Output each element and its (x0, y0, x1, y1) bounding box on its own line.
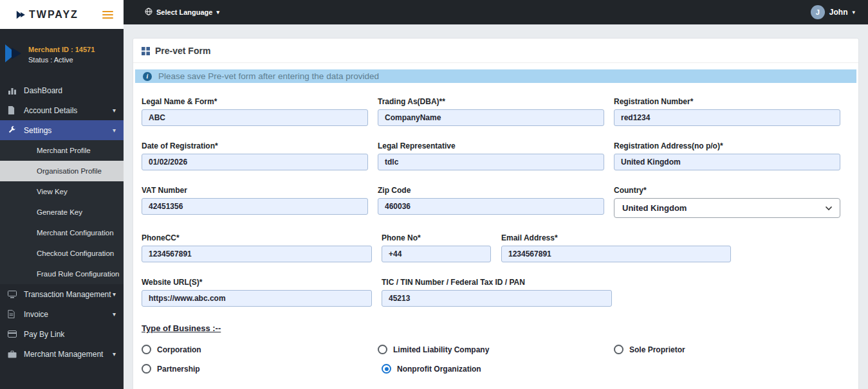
sidebar-item-transaction-management[interactable]: Transaction Management ▾ (0, 284, 124, 304)
field-legal-name: Legal Name & Form* (142, 97, 368, 126)
sidebar-subitem-generate-key[interactable]: Generate Key (0, 202, 124, 222)
sidebar-subitem-merchant-profile[interactable]: Merchant Profile (0, 140, 124, 161)
field-phone-cc: PhoneCC* (142, 233, 372, 262)
menu-toggle-icon[interactable] (101, 8, 115, 21)
legal-representative-label: Legal Representative (378, 141, 604, 150)
trading-as-label: Trading As(DBA)** (378, 97, 604, 106)
field-trading-as: Trading As(DBA)** (378, 97, 604, 126)
website-input[interactable] (142, 290, 372, 307)
zip-code-input[interactable] (378, 198, 604, 215)
settings-submenu: Merchant Profile Organisation Profile Vi… (0, 140, 124, 284)
chevron-down-icon: ▾ (852, 9, 855, 15)
grid-icon (142, 47, 150, 55)
form-row: Legal Name & Form* Trading As(DBA)** Reg… (142, 97, 850, 126)
country-select-value: United Kingdom (622, 203, 687, 213)
registration-number-input[interactable] (614, 109, 840, 126)
phone-no-input[interactable] (382, 246, 491, 262)
radio-nonprofit-organization[interactable]: Nonprofit Organization (382, 364, 622, 374)
sidebar-item-account-details[interactable]: Account Details ▾ (0, 100, 124, 120)
field-tic-tin: TIC / TIN Number / Federal Tax ID / PAN (382, 278, 612, 307)
sidebar-item-label: Settings (24, 126, 113, 135)
radio-sole-proprietor[interactable]: Sole Proprietor (614, 345, 850, 354)
radio-icon[interactable] (142, 364, 151, 374)
sidebar-item-dashboard[interactable]: DashBoard (0, 80, 124, 100)
info-banner-text: Please save Pre-vet form after entering … (158, 71, 379, 81)
chevron-down-icon: ▾ (113, 350, 116, 357)
registration-number-label: Registration Number* (614, 97, 840, 106)
prevet-form-card: Pre-vet Form i Please save Pre-vet form … (133, 39, 858, 389)
legal-name-label: Legal Name & Form* (142, 97, 368, 106)
card-header: Pre-vet Form (133, 39, 858, 63)
sidebar-item-label: Merchant Management (24, 350, 113, 359)
form-row: VAT Number Zip Code Country* United King… (142, 186, 850, 218)
language-selector[interactable]: Select Language ▾ (145, 8, 219, 17)
field-country: Country* United Kingdom (614, 186, 840, 218)
sidebar-item-label: DashBoard (24, 86, 116, 95)
field-registration-number: Registration Number* (614, 97, 840, 126)
field-registration-address: Registration Address(no p/o)* (614, 141, 840, 170)
language-label: Select Language (156, 8, 212, 16)
zip-code-label: Zip Code (378, 186, 604, 195)
main-content: Pre-vet Form i Please save Pre-vet form … (124, 24, 868, 389)
tic-tin-input[interactable] (382, 290, 612, 307)
sidebar-item-invoice[interactable]: Invoice ▾ (0, 304, 124, 324)
avatar: J (811, 5, 825, 19)
sidebar-subitem-checkout-configuration[interactable]: Checkout Configuration (0, 243, 124, 264)
form-row: Date of Registration* Legal Representati… (142, 141, 850, 170)
chevron-down-icon: ▾ (113, 127, 116, 134)
globe-icon (145, 8, 152, 17)
user-name: John (829, 8, 848, 17)
phone-cc-input[interactable] (142, 246, 372, 262)
trading-as-input[interactable] (378, 109, 604, 126)
merchant-status: Status : Active (28, 56, 95, 64)
merchant-logo-icon (5, 43, 24, 66)
sidebar-subitem-merchant-configuration[interactable]: Merchant Configuration (0, 222, 124, 243)
card-body: i Please save Pre-vet form after enterin… (133, 63, 858, 389)
sidebar-subitem-organisation-profile[interactable]: Organisation Profile (0, 161, 124, 181)
sidebar-item-label: Pay By Link (24, 330, 116, 339)
info-icon: i (143, 72, 152, 81)
field-zip-code: Zip Code (378, 186, 604, 218)
sidebar-subitem-view-key[interactable]: View Key (0, 181, 124, 202)
legal-name-input[interactable] (142, 109, 368, 126)
radio-icon[interactable] (614, 345, 623, 354)
chevron-down-icon: ▾ (216, 9, 219, 15)
document-icon (8, 106, 19, 114)
radio-corporation[interactable]: Corporation (142, 345, 378, 354)
phone-cc-label: PhoneCC* (142, 233, 372, 242)
radio-icon[interactable] (382, 364, 391, 374)
radio-icon[interactable] (378, 345, 387, 354)
radio-limited-liability-company[interactable]: Limited Liability Company (378, 345, 614, 354)
sidebar-item-merchant-management[interactable]: Merchant Management ▾ (0, 344, 124, 364)
chevron-down-icon: ▾ (113, 311, 116, 318)
sidebar-subitem-fraud-rule-configuration[interactable]: Fraud Rule Configuration (0, 264, 124, 284)
field-date-of-registration: Date of Registration* (142, 141, 368, 170)
form-row: PhoneCC* Phone No* Email Address* (142, 233, 850, 262)
type-of-business-heading: Type of Business :-- (142, 323, 221, 333)
field-email: Email Address* (501, 233, 731, 262)
sidebar-item-label: Account Details (24, 106, 113, 115)
email-label: Email Address* (501, 233, 731, 242)
bar-chart-icon (8, 86, 19, 95)
monitor-icon (8, 291, 19, 298)
sidebar-item-settings[interactable]: Settings ▾ (0, 120, 124, 140)
radio-partnership[interactable]: Partnership (142, 364, 382, 374)
user-menu[interactable]: J John ▾ (811, 5, 855, 19)
briefcase-icon (8, 350, 19, 358)
radio-icon[interactable] (142, 345, 151, 354)
registration-address-input[interactable] (614, 154, 840, 170)
invoice-icon (8, 310, 19, 318)
country-select[interactable]: United Kingdom (614, 198, 840, 218)
date-of-registration-input[interactable] (142, 154, 368, 170)
website-label: Website URL(S)* (142, 278, 372, 287)
brand-name: TWPAYZ (29, 9, 101, 21)
email-input[interactable] (501, 246, 731, 262)
form-row: Website URL(S)* TIC / TIN Number / Feder… (142, 278, 850, 307)
topbar: Select Language ▾ J John ▾ (124, 0, 868, 24)
field-website: Website URL(S)* (142, 278, 372, 307)
vat-number-input[interactable] (142, 198, 368, 215)
sidebar-item-pay-by-link[interactable]: Pay By Link (0, 324, 124, 344)
radio-row: Partnership Nonprofit Organization (142, 364, 850, 374)
vat-number-label: VAT Number (142, 186, 368, 195)
legal-representative-input[interactable] (378, 154, 604, 170)
